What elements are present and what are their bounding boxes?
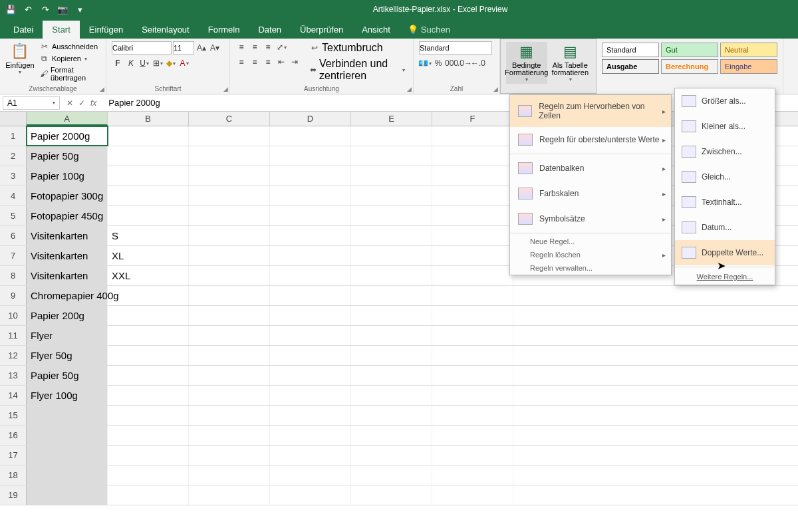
cell[interactable] bbox=[270, 246, 351, 265]
style-standard[interactable]: Standard bbox=[602, 43, 659, 57]
wrap-text-button[interactable]: ↩Textumbruch bbox=[307, 41, 408, 55]
tab-seitenlayout[interactable]: Seitenlayout bbox=[132, 21, 199, 39]
cell[interactable] bbox=[189, 426, 270, 445]
font-color-button[interactable]: A▾ bbox=[178, 57, 190, 69]
cell[interactable]: Flyer bbox=[27, 326, 108, 345]
cell[interactable] bbox=[270, 466, 351, 485]
rule-greater-than[interactable]: Größer als... bbox=[675, 88, 775, 114]
cell[interactable]: Visitenkarten bbox=[27, 246, 108, 265]
tab-start[interactable]: Start bbox=[43, 21, 79, 39]
cell[interactable] bbox=[432, 366, 513, 385]
cell[interactable] bbox=[432, 426, 513, 445]
cell[interactable]: Flyer 50g bbox=[27, 346, 108, 365]
cell[interactable] bbox=[108, 406, 189, 425]
cell[interactable] bbox=[351, 146, 432, 166]
tab-ansicht[interactable]: Ansicht bbox=[352, 21, 400, 39]
cell[interactable] bbox=[351, 406, 432, 425]
cell[interactable]: Flyer 100g bbox=[27, 386, 108, 405]
font-launcher-icon[interactable]: ◢ bbox=[223, 86, 228, 92]
decimal-decrease-icon[interactable]: ←.0 bbox=[472, 57, 484, 69]
cell[interactable]: Papier 100g bbox=[27, 166, 108, 186]
thousands-icon[interactable]: 000 bbox=[446, 57, 458, 69]
column-header-A[interactable]: A bbox=[27, 112, 108, 126]
tab-datei[interactable]: Datei bbox=[4, 21, 43, 39]
cell[interactable] bbox=[108, 485, 189, 505]
cell[interactable] bbox=[189, 186, 270, 205]
cell[interactable] bbox=[27, 485, 108, 505]
cell[interactable] bbox=[189, 166, 270, 186]
cell[interactable] bbox=[108, 366, 189, 385]
cell[interactable] bbox=[270, 206, 351, 225]
row-header[interactable]: 5 bbox=[0, 206, 27, 225]
camera-icon[interactable]: 📷 bbox=[56, 3, 69, 16]
redo-icon[interactable]: ↷ bbox=[39, 3, 52, 16]
cell[interactable] bbox=[432, 126, 513, 146]
cf-icon-sets[interactable]: Symbolsätze▸ bbox=[510, 206, 671, 231]
indent-increase-icon[interactable]: ⇥ bbox=[289, 56, 301, 68]
alignment-launcher-icon[interactable]: ◢ bbox=[407, 86, 412, 92]
cell[interactable]: Papier 200g bbox=[27, 306, 108, 325]
cell[interactable] bbox=[108, 446, 189, 465]
qat-more-icon[interactable]: ▾ bbox=[73, 3, 86, 16]
cell[interactable] bbox=[351, 426, 432, 445]
cell[interactable] bbox=[351, 266, 432, 285]
cell[interactable] bbox=[351, 226, 432, 245]
cell[interactable]: Papier 50g bbox=[27, 146, 108, 166]
cell[interactable] bbox=[432, 166, 513, 186]
cell[interactable] bbox=[189, 306, 270, 325]
cell[interactable] bbox=[351, 466, 432, 485]
cell[interactable] bbox=[432, 485, 513, 505]
rule-more-rules[interactable]: Weitere Regeln... bbox=[675, 269, 775, 285]
cell[interactable] bbox=[351, 306, 432, 325]
border-button[interactable]: ⊞▾ bbox=[152, 57, 164, 69]
font-size-select[interactable] bbox=[173, 41, 194, 55]
undo-icon[interactable]: ↶ bbox=[21, 3, 35, 16]
cut-button[interactable]: ✂Ausschneiden bbox=[37, 41, 100, 52]
number-format-select[interactable] bbox=[419, 41, 492, 55]
column-header-F[interactable]: F bbox=[432, 112, 513, 126]
style-ausgabe[interactable]: Ausgabe bbox=[602, 59, 659, 74]
cell[interactable] bbox=[270, 446, 351, 465]
cell[interactable] bbox=[108, 326, 189, 345]
style-neutral[interactable]: Neutral bbox=[720, 43, 777, 57]
cell[interactable] bbox=[189, 446, 270, 465]
cell[interactable] bbox=[27, 446, 108, 465]
number-launcher-icon[interactable]: ◢ bbox=[493, 86, 498, 92]
cell[interactable] bbox=[432, 206, 513, 225]
cell[interactable]: Visitenkarten bbox=[27, 266, 108, 285]
tell-me-search[interactable]: 💡 Suchen bbox=[400, 21, 458, 39]
row-header[interactable]: 13 bbox=[0, 366, 27, 385]
fx-icon[interactable]: fx bbox=[90, 98, 96, 108]
cell[interactable] bbox=[351, 346, 432, 365]
cell[interactable] bbox=[432, 286, 513, 305]
cf-color-scales[interactable]: Farbskalen▸ bbox=[510, 181, 671, 206]
cell[interactable] bbox=[189, 266, 270, 285]
align-center-icon[interactable]: ≡ bbox=[249, 56, 261, 68]
cell[interactable] bbox=[189, 346, 270, 365]
row-header[interactable]: 1 bbox=[0, 126, 27, 146]
column-header-E[interactable]: E bbox=[351, 112, 432, 126]
cell[interactable] bbox=[189, 206, 270, 225]
cell[interactable]: XL bbox=[108, 246, 189, 265]
align-middle-icon[interactable]: ≡ bbox=[249, 41, 261, 53]
cell[interactable] bbox=[432, 346, 513, 365]
cell[interactable] bbox=[189, 466, 270, 485]
cell[interactable] bbox=[270, 306, 351, 325]
increase-font-icon[interactable]: A▴ bbox=[196, 42, 207, 54]
cell[interactable] bbox=[270, 366, 351, 385]
cell[interactable] bbox=[189, 246, 270, 265]
cf-data-bars[interactable]: Datenbalken▸ bbox=[510, 156, 671, 181]
cell[interactable] bbox=[351, 446, 432, 465]
cell[interactable]: Fotopapier 450g bbox=[27, 206, 108, 225]
row-header[interactable]: 8 bbox=[0, 266, 27, 285]
cell[interactable] bbox=[351, 485, 432, 505]
decrease-font-icon[interactable]: A▾ bbox=[209, 42, 221, 54]
copy-button[interactable]: ⧉Kopieren▾ bbox=[37, 53, 100, 64]
save-icon[interactable]: 💾 bbox=[4, 3, 17, 16]
name-box[interactable]: A1▾ bbox=[3, 96, 60, 110]
cell[interactable] bbox=[108, 126, 189, 146]
cell[interactable] bbox=[270, 346, 351, 365]
column-header-C[interactable]: C bbox=[189, 112, 270, 126]
cell[interactable] bbox=[189, 386, 270, 405]
cell[interactable]: XXL bbox=[108, 266, 189, 285]
